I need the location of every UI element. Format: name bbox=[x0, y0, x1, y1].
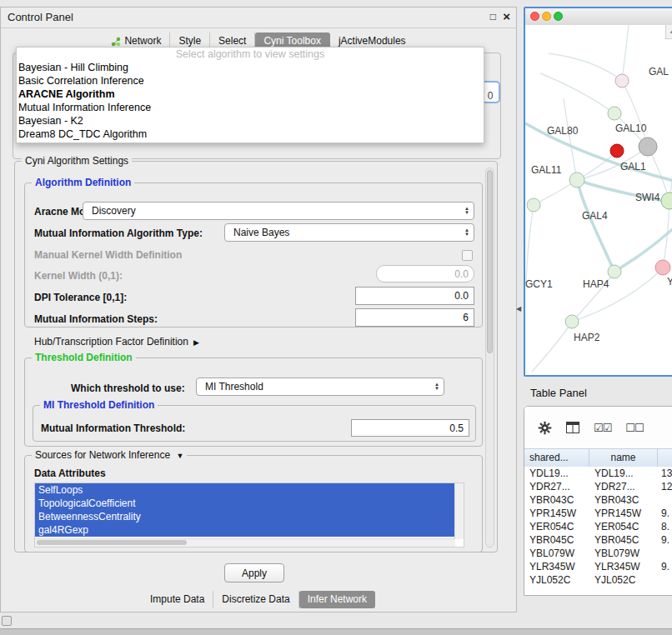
table-row[interactable]: YJL052CYJL052C bbox=[524, 573, 672, 587]
data-attribute-item[interactable]: TopologicalCoefficient bbox=[35, 497, 455, 510]
data-attribute-item[interactable]: BetweennessCentrality bbox=[35, 510, 455, 523]
table-row[interactable]: YDL19...YDL19...13 bbox=[524, 467, 672, 480]
table-row[interactable]: YBR043CYBR043C bbox=[524, 493, 672, 507]
data-attribute-item[interactable]: gal4RGexp bbox=[35, 523, 455, 537]
which-threshold-select[interactable]: MI Threshold ▲▼ bbox=[196, 378, 444, 396]
network-graph[interactable]: GALGAL80GAL10GAL11GAL1SWI4GAL4GCY1HAP4YH… bbox=[525, 25, 672, 375]
mi-threshold-label: Mutual Information Threshold: bbox=[41, 422, 185, 435]
table-row[interactable]: YER054CYER054C8. bbox=[524, 520, 672, 533]
kernel-width-label: Kernel Width (0,1): bbox=[34, 270, 123, 282]
table-cell: YDR27... bbox=[524, 480, 589, 493]
table-row[interactable]: YBR045CYBR045C9. bbox=[524, 533, 672, 547]
algorithm-option[interactable]: Basic Correlation Inference bbox=[17, 74, 484, 88]
dpi-tolerance-field[interactable]: 0.0 bbox=[355, 287, 474, 305]
table-cell: 9. bbox=[658, 507, 672, 520]
table-cell: 9. bbox=[658, 560, 672, 573]
bottom-tab-infer-network[interactable]: Infer Network bbox=[299, 591, 375, 608]
node-label: SWI4 bbox=[635, 192, 660, 203]
column-header[interactable] bbox=[658, 449, 672, 468]
table-cell: YBR045C bbox=[589, 533, 658, 547]
minimize-traffic-light[interactable] bbox=[542, 12, 551, 21]
bottom-tab-discretize-data[interactable]: Discretize Data bbox=[213, 591, 298, 608]
data-attributes-list: SelfLoopsTopologicalCoefficientBetweenne… bbox=[34, 482, 464, 548]
column-header[interactable]: name bbox=[589, 449, 658, 468]
table-row[interactable]: YLR345WYLR345W9. bbox=[524, 560, 672, 573]
table-row[interactable]: YBL079WYBL079W bbox=[524, 547, 672, 560]
covered-field-value: 0 bbox=[488, 90, 494, 102]
network-node[interactable] bbox=[527, 198, 540, 212]
attributes-vertical-scrollbar[interactable] bbox=[454, 483, 464, 539]
apply-button[interactable]: Apply bbox=[224, 563, 284, 582]
column-header[interactable]: shared... bbox=[524, 449, 589, 468]
table-cell: 9. bbox=[658, 533, 672, 547]
kernel-width-field[interactable]: 0.0 bbox=[376, 265, 474, 282]
zoom-traffic-light[interactable] bbox=[554, 12, 563, 21]
table-cell: YBL079W bbox=[524, 547, 589, 560]
table-cell: 8. bbox=[658, 520, 672, 533]
network-node[interactable] bbox=[608, 107, 621, 120]
minimized-panel-icon[interactable] bbox=[2, 616, 12, 626]
node-label: GCY1 bbox=[525, 278, 553, 290]
data-attribute-item[interactable]: SelfLoops bbox=[35, 483, 455, 497]
hub-section-toggle[interactable]: Hub/Transcription Factor Definition▶ bbox=[34, 336, 199, 349]
attributes-hscroll-thumb[interactable] bbox=[37, 540, 187, 545]
bottom-tab-impute-data[interactable]: Impute Data bbox=[142, 591, 213, 608]
algorithm-dropdown-placeholder: Select algorithm to view settings bbox=[17, 48, 484, 61]
node-label: Y bbox=[667, 276, 672, 288]
clear-all-checks-icon[interactable]: ☐☐ bbox=[625, 422, 643, 434]
settings-scrollbar-thumb[interactable] bbox=[487, 170, 493, 353]
table-row[interactable]: YDR27...YDR27...12 bbox=[524, 480, 672, 493]
mi-threshold-field[interactable]: 0.5 bbox=[351, 419, 469, 437]
hub-section-label: Hub/Transcription Factor Definition bbox=[34, 336, 188, 348]
table-cell: YLR345W bbox=[524, 560, 589, 573]
network-node[interactable] bbox=[661, 192, 672, 209]
network-canvas[interactable]: GALGAL80GAL10GAL11GAL1SWI4GAL4GCY1HAP4YH… bbox=[525, 25, 672, 375]
aracne-mode-value: Discovery bbox=[92, 205, 136, 217]
select-all-checks-icon[interactable]: ☑☑ bbox=[594, 422, 611, 434]
node-label: GAL4 bbox=[582, 210, 608, 222]
algorithm-option[interactable]: Bayesian - Hill Climbing bbox=[17, 61, 484, 74]
close-window-icon[interactable]: × bbox=[503, 9, 510, 23]
network-node[interactable] bbox=[615, 74, 629, 88]
gear-icon[interactable] bbox=[538, 421, 552, 435]
columns-icon[interactable] bbox=[566, 422, 579, 433]
table-cell: YBR045C bbox=[524, 533, 589, 547]
tab-label: Impute Data bbox=[150, 591, 204, 608]
table-cell: YLR345W bbox=[589, 560, 658, 573]
network-node[interactable] bbox=[608, 265, 621, 278]
algorithm-option[interactable]: Dream8 DC_TDC Algorithm bbox=[17, 128, 484, 141]
manual-kernel-checkbox[interactable] bbox=[462, 250, 473, 261]
node-label: HAP2 bbox=[574, 332, 600, 343]
network-node[interactable] bbox=[610, 144, 624, 158]
aracne-mode-select[interactable]: Discovery ▲▼ bbox=[83, 202, 474, 220]
settings-scrollbar[interactable] bbox=[485, 168, 494, 548]
network-scrollbar-corner[interactable]: ▲ bbox=[665, 25, 672, 39]
float-window-icon[interactable]: □ bbox=[490, 11, 496, 22]
algorithm-option[interactable]: ARACNE Algorithm bbox=[17, 88, 484, 101]
algorithm-option[interactable]: Bayesian - K2 bbox=[17, 114, 484, 128]
dpi-tolerance-value: 0.0 bbox=[454, 290, 469, 302]
table-panel-title: Table Panel bbox=[530, 387, 587, 399]
network-node[interactable] bbox=[655, 260, 670, 275]
splitter-collapse-icon[interactable]: ◀ bbox=[516, 305, 521, 312]
which-threshold-label: Which threshold to use: bbox=[71, 382, 185, 395]
sources-legend[interactable]: Sources for Network Inference ▼ bbox=[32, 449, 187, 462]
node-label: HAP4 bbox=[583, 278, 609, 290]
threshold-definition-legend: Threshold Definition bbox=[32, 352, 136, 364]
table-row[interactable]: YPR145WYPR145W9. bbox=[524, 507, 672, 520]
network-node[interactable] bbox=[569, 172, 584, 188]
mi-type-select[interactable]: Naive Bayes ▲▼ bbox=[224, 223, 474, 242]
node-label: GAL1 bbox=[620, 161, 646, 172]
data-attribute-items: SelfLoopsTopologicalCoefficientBetweenne… bbox=[35, 483, 455, 539]
close-traffic-light[interactable] bbox=[530, 12, 539, 21]
network-node[interactable] bbox=[565, 315, 579, 328]
algorithm-dropdown-popup: Select algorithm to view settings Bayesi… bbox=[16, 47, 484, 143]
network-window-titlebar bbox=[525, 8, 672, 26]
algorithm-option[interactable]: Mutual Information Inference bbox=[17, 101, 484, 114]
expanded-arrow-icon: ▼ bbox=[176, 452, 183, 460]
mi-steps-field[interactable]: 6 bbox=[355, 308, 474, 327]
attributes-horizontal-scrollbar[interactable] bbox=[35, 538, 455, 547]
network-icon bbox=[111, 37, 121, 47]
combo-arrows-icon: ▲▼ bbox=[434, 378, 439, 395]
network-node[interactable] bbox=[639, 138, 657, 156]
